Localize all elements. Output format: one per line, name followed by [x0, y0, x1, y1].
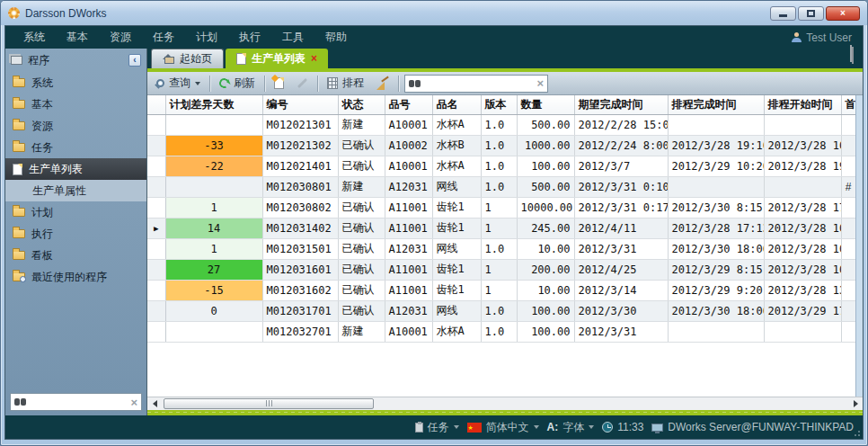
- column-header-6[interactable]: 数量: [517, 95, 574, 114]
- sidebar-item-4[interactable]: 生产单列表: [5, 158, 146, 180]
- column-header-9[interactable]: 排程开始时间: [764, 95, 841, 114]
- menu-item-6[interactable]: 工具: [271, 30, 314, 45]
- production-order-grid: 计划差异天数编号状态品号品名版本数量期望完成时间排程完成时间排程开始时间首 M0…: [147, 95, 855, 397]
- cell-part_no: A11001: [385, 280, 432, 300]
- cell-qty: 100.00: [517, 156, 574, 176]
- task-menu[interactable]: 任务: [415, 420, 459, 435]
- scroll-right-button[interactable]: [848, 397, 863, 411]
- scroll-left-button[interactable]: [147, 397, 162, 411]
- user-icon: [792, 32, 802, 42]
- user-menu[interactable]: Test User: [792, 31, 855, 44]
- minimize-button[interactable]: [770, 6, 796, 21]
- sidebar-item-0[interactable]: 系统: [5, 72, 146, 94]
- column-header-3[interactable]: 品号: [385, 95, 432, 114]
- sidebar-item-2[interactable]: 资源: [5, 115, 146, 137]
- language-label: 简体中文: [486, 420, 529, 435]
- refresh-button[interactable]: 刷新: [216, 74, 259, 93]
- app-logo-gear-icon: [8, 7, 20, 19]
- cell-version: 1: [481, 197, 517, 218]
- sidebar-item-9[interactable]: 最近使用的程序: [5, 266, 146, 288]
- tab-生产单列表[interactable]: 生产单列表×: [226, 49, 328, 68]
- chevron-down-icon: [589, 425, 594, 429]
- menu-item-0[interactable]: 系统: [13, 30, 56, 45]
- table-row[interactable]: 27M012031601已确认A11001齿轮11200.002012/4/25…: [147, 259, 855, 280]
- menu-item-3[interactable]: 任务: [142, 30, 185, 45]
- table-row[interactable]: 0M012031701已确认A12031网线1.0100.002012/3/30…: [147, 300, 855, 321]
- cell-part_name: 齿轮1: [432, 259, 481, 280]
- menu-item-7[interactable]: 帮助: [314, 30, 358, 45]
- column-header-2[interactable]: 状态: [338, 95, 385, 114]
- close-button[interactable]: ×: [826, 6, 860, 21]
- scrollbar-thumb[interactable]: [164, 398, 374, 409]
- cell-diff: -33: [165, 135, 262, 156]
- cell-version: 1: [481, 218, 517, 238]
- cell-diff: [165, 176, 262, 197]
- table-row[interactable]: -15M012031602已确认A11001齿轮1110.002012/3/14…: [147, 280, 855, 300]
- chevron-down-icon: [454, 425, 459, 429]
- table-row[interactable]: M012032701新建A10001水杯A1.0100.002012/3/31: [147, 321, 855, 342]
- font-menu[interactable]: A: 字体: [547, 420, 595, 435]
- sidebar-search-input[interactable]: [30, 396, 127, 408]
- menu-item-2[interactable]: 资源: [99, 30, 142, 45]
- sidebar-collapse-button[interactable]: ‹: [128, 54, 141, 67]
- menu-item-1[interactable]: 基本: [56, 30, 99, 45]
- arrow-left-icon: [153, 400, 157, 407]
- table-row[interactable]: ▶14M012031402已确认A11001齿轮11245.002012/4/1…: [147, 218, 855, 238]
- cell-overflow: [841, 280, 855, 300]
- vertical-scroll-gutter[interactable]: [855, 95, 863, 397]
- menu-item-4[interactable]: 计划: [185, 30, 228, 45]
- cell-sched_start: 2012/3/28 10:52: [764, 238, 841, 259]
- clean-button[interactable]: [373, 76, 393, 92]
- cell-overflow: [841, 135, 855, 156]
- table-row[interactable]: 1M012031501已确认A12031网线1.010.002012/3/312…: [147, 238, 855, 259]
- row-indicator-header: [147, 95, 165, 114]
- sidebar-item-7[interactable]: 执行: [5, 223, 146, 245]
- column-header-7[interactable]: 期望完成时间: [574, 95, 668, 114]
- column-header-1[interactable]: 编号: [262, 95, 338, 114]
- query-button[interactable]: 查询: [153, 74, 204, 93]
- new-button[interactable]: [270, 76, 288, 91]
- sidebar-item-8[interactable]: 看板: [5, 245, 146, 266]
- sidebar-item-1[interactable]: 基本: [5, 94, 146, 115]
- cell-diff: 27: [165, 259, 262, 280]
- table-row[interactable]: -33M012021302已确认A10002水杯B1.01000.002012/…: [147, 135, 855, 156]
- tab-close-icon[interactable]: ×: [311, 53, 317, 64]
- column-header-4[interactable]: 品名: [432, 95, 481, 114]
- programs-icon: [11, 56, 22, 65]
- column-header-5[interactable]: 版本: [481, 95, 517, 114]
- row-indicator: [147, 135, 165, 156]
- table-row[interactable]: M012030801新建A12031网线1.0500.002012/3/31 0…: [147, 176, 855, 197]
- maximize-button[interactable]: [798, 6, 824, 21]
- cell-status: 已确认: [338, 300, 385, 321]
- sidebar-item-5[interactable]: 生产单属性: [5, 180, 146, 201]
- sidebar-item-label: 系统: [31, 76, 53, 91]
- resize-grip[interactable]: [854, 430, 861, 437]
- tab-起始页[interactable]: 起始页: [151, 49, 224, 68]
- minimize-icon: [779, 14, 787, 17]
- edit-button[interactable]: [293, 80, 312, 86]
- cell-code: M012031602: [262, 280, 338, 300]
- calculator-icon: [327, 77, 338, 89]
- toolbar-search-input[interactable]: [424, 77, 533, 90]
- scrollbar-track[interactable]: [162, 397, 848, 411]
- title-bar[interactable]: Darsson DWorks ×: [1, 1, 867, 25]
- toolbar-search-clear-icon[interactable]: ×: [536, 77, 544, 89]
- cell-qty: 100.00: [517, 300, 574, 321]
- column-header-8[interactable]: 排程完成时间: [668, 95, 764, 114]
- language-menu[interactable]: ★ 简体中文: [467, 420, 539, 435]
- sidebar-search-clear-icon[interactable]: ×: [130, 397, 137, 408]
- column-header-0[interactable]: 计划差异天数: [165, 95, 262, 114]
- table-row[interactable]: 1M012030802已确认A11001齿轮1110000.002012/3/3…: [147, 197, 855, 218]
- schedule-button[interactable]: 排程: [323, 74, 368, 93]
- table-row[interactable]: -22M012021401已确认A10001水杯A1.0100.002012/3…: [147, 156, 855, 176]
- sidebar-item-3[interactable]: 任务: [5, 137, 146, 158]
- cell-part_no: A12031: [385, 238, 432, 259]
- column-header-10[interactable]: 首: [841, 95, 855, 114]
- sidebar-item-6[interactable]: 计划: [5, 201, 146, 223]
- window-list-button[interactable]: [852, 48, 854, 64]
- cell-status: 新建: [338, 114, 385, 135]
- table-row[interactable]: M012021301新建A10001水杯A1.0500.002012/2/28 …: [147, 114, 855, 135]
- menu-item-5[interactable]: 执行: [228, 30, 271, 45]
- task-label: 任务: [428, 420, 449, 435]
- folder-icon: [13, 208, 25, 217]
